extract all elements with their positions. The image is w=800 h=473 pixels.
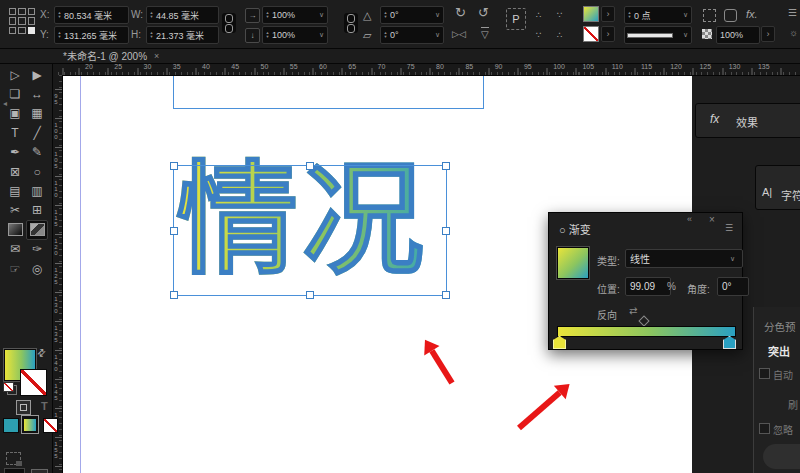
stepper-icon[interactable]: ▲▼ [55,31,64,39]
stepper-icon[interactable]: ▲▼ [263,31,272,39]
chevron-down-icon[interactable]: ∨ [680,31,691,39]
scale-x-field[interactable]: ▲▼100% ∨ [262,6,328,24]
direct-selection-tool[interactable]: ▶ [26,65,48,84]
character-panel-header[interactable]: A| 字符 [755,165,800,210]
select-content-down-icon[interactable]: ∵ [536,28,542,42]
x-field[interactable]: ▲▼80.534 毫米 [54,6,129,24]
w-field[interactable]: ▲▼44.85 毫米 [146,6,219,24]
stepper-icon[interactable]: ▲▼ [263,11,272,19]
proxy-dot[interactable] [9,27,16,34]
selection-bounding-box[interactable] [173,165,447,296]
chevron-down-icon[interactable]: ∨ [432,11,443,19]
corner-options-icon[interactable] [703,9,716,22]
gradient-angle-field[interactable]: 0° [717,277,749,296]
scale-y-field[interactable]: ▲▼100% ∨ [262,26,328,44]
close-icon[interactable]: × [709,214,715,225]
rotate-cw-icon[interactable]: ↻ [455,6,466,20]
selection-handle[interactable] [442,227,450,235]
effects-panel-header[interactable]: fx 效果 [695,103,800,138]
proxy-dot[interactable] [9,17,16,24]
collapse-panel-icon[interactable]: « [687,214,692,224]
select-content-up-icon[interactable]: ∴ [536,8,542,22]
select-prev-object-icon[interactable]: ∴ [557,28,563,42]
free-transform-tool[interactable]: ⊞ [26,201,48,220]
gradient-type-dropdown[interactable]: 线性 ∨ [625,249,743,268]
selection-handle[interactable] [442,291,450,299]
selection-handle[interactable] [170,162,178,170]
proxy-dot-selected[interactable] [28,27,35,34]
proxy-dot[interactable] [28,8,35,15]
chevron-down-icon[interactable]: ∨ [432,31,443,39]
shear-field[interactable]: ▲▼0° ∨ [380,26,444,44]
hand-tool[interactable]: ☞ [4,259,26,278]
stroke-flyout-icon[interactable]: › [601,26,615,42]
gradient-midpoint-handle[interactable] [638,315,649,326]
content-placer-tool[interactable]: ▦ [26,104,48,123]
stepper-icon[interactable]: ▲▼ [55,11,64,19]
gradient-preview-swatch[interactable] [557,247,589,279]
constrain-scale-chain-icon[interactable] [344,13,358,33]
stroke-color-swatch[interactable] [583,26,599,42]
stroke-swatch-none[interactable] [20,369,47,396]
apply-none-button[interactable] [43,418,58,433]
reverse-gradient-icon[interactable]: ⇄ [629,305,637,316]
stepper-icon[interactable]: ▲▼ [147,11,156,19]
flip-horizontal-icon[interactable]: ▷◁ [452,27,466,41]
zoom-tool[interactable]: ◎ [26,259,48,278]
gradient-feather-tool[interactable] [26,220,48,239]
stepper-icon[interactable]: ▲▼ [381,11,390,19]
gradient-position-field[interactable]: 99.09 [625,277,671,296]
proxy-dot[interactable] [28,17,35,24]
auto-checkbox[interactable] [759,368,770,379]
eyedropper-tool[interactable]: ✑ [26,240,48,259]
type-tool[interactable]: T [4,123,26,142]
vertical-ruler[interactable]: 95100105110115120125130135140145150155 [52,75,63,473]
gradient-swatch-tool[interactable] [4,220,26,239]
stepper-icon[interactable]: ▲▼ [625,11,634,19]
selection-handle[interactable] [170,227,178,235]
rotation-field[interactable]: ▲▼0° ∨ [380,6,444,24]
opacity-flyout-icon[interactable]: › [761,26,775,42]
fill-flyout-icon[interactable]: › [601,6,615,22]
stroke-weight-field[interactable]: ▲▼0 点 ∨ [624,6,692,24]
dock-collapse-icon[interactable]: ◂ [3,99,7,108]
empty-text-frame[interactable] [173,75,484,109]
y-field[interactable]: ▲▼131.265 毫米 [54,26,129,44]
horizontal-ruler[interactable]: 2025303540455055606570758085909510010511… [52,63,800,76]
preview-mode-button[interactable] [31,469,48,473]
chevron-down-icon[interactable]: ∨ [727,255,738,263]
selection-tool[interactable]: ▷ [4,65,26,84]
panel-menu-icon[interactable]: ☰ [725,223,733,233]
pencil-tool[interactable]: ✎ [26,143,48,162]
proxy-dot[interactable] [18,27,25,34]
formatting-affects-text-button[interactable]: T [41,400,48,412]
chevron-down-icon[interactable]: ∨ [680,11,691,19]
apply-color-button[interactable] [3,418,19,433]
panel-button[interactable] [763,444,800,469]
screen-mode-icon[interactable]: ☼ [789,27,798,38]
document-tab[interactable]: *未命名-1 @ 200% × [55,48,167,63]
selection-handle[interactable] [442,162,450,170]
opacity-field[interactable]: 100% [716,26,760,44]
horizontal-grid-tool[interactable]: ▤ [4,181,26,200]
chevron-down-icon[interactable]: ∨ [316,31,327,39]
selection-handle[interactable] [170,291,178,299]
constrain-dimensions-chain-icon[interactable] [222,13,236,33]
proxy-dot[interactable] [18,17,25,24]
gap-tool[interactable]: ↔ [26,84,48,103]
close-icon[interactable]: × [154,51,159,61]
normal-view-mode-button[interactable]: ▨ [4,468,25,473]
selection-handle[interactable] [306,291,314,299]
stepper-icon[interactable]: ▲▼ [381,31,390,39]
h-field[interactable]: ▲▼21.373 毫米 [146,26,219,44]
effects-fx-button[interactable]: fx. [746,7,758,21]
swap-fill-stroke-icon[interactable]: ⇄ [34,346,48,360]
page-tool[interactable]: ❏ [4,84,26,103]
line-tool[interactable]: ╱ [26,123,48,142]
proxy-dot[interactable] [9,8,16,15]
apply-gradient-button[interactable] [21,415,39,434]
default-fill-stroke-icon[interactable] [3,382,17,395]
ellipse-tool[interactable]: ○ [26,162,48,181]
view-options-icon[interactable] [6,452,21,465]
reference-point-proxy[interactable] [9,8,35,34]
